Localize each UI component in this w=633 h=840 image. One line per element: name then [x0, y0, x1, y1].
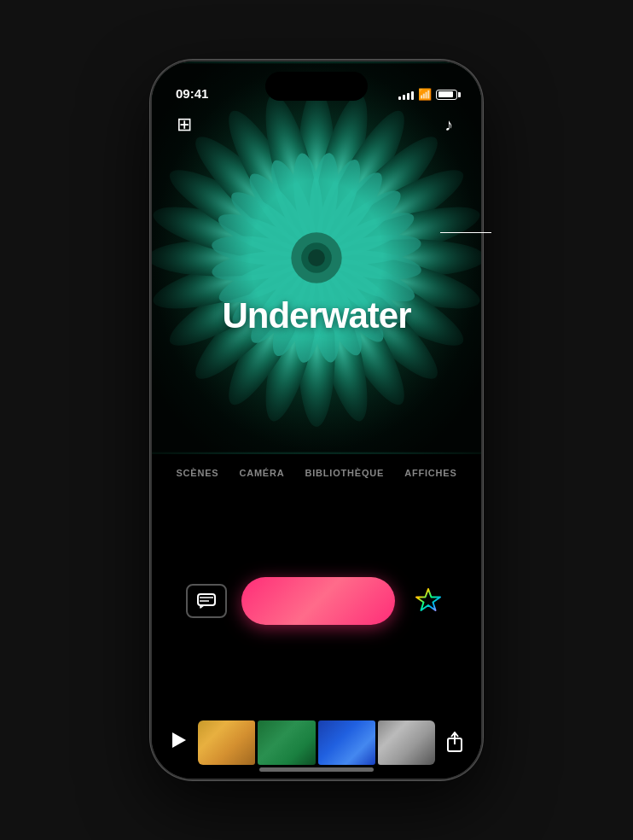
tabs-nav: SCÈNES CAMÉRA BIBLIOTHÈQUE AFFICHES [152, 454, 481, 492]
status-time: 09:41 [176, 86, 208, 101]
home-indicator [259, 767, 374, 772]
signal-bar-1 [398, 96, 401, 100]
tab-posters[interactable]: AFFICHES [404, 464, 456, 481]
thumbnail-strip [198, 720, 435, 765]
play-button[interactable] [169, 731, 188, 755]
signal-bar-3 [407, 93, 409, 100]
video-preview: Underwater ⊞ ♪ [152, 61, 481, 454]
share-icon [445, 732, 464, 754]
dynamic-island [265, 72, 368, 101]
svg-rect-53 [198, 594, 215, 605]
title-overlay: Underwater [152, 295, 481, 336]
tab-scenes[interactable]: SCÈNES [176, 464, 218, 481]
phone-frame: 09:41 📶 [150, 60, 483, 780]
signal-bar-4 [411, 91, 414, 100]
thumbnail-2[interactable] [258, 720, 315, 765]
callout-annotation [440, 232, 491, 233]
tab-library[interactable]: BIBLIOTHÈQUE [305, 464, 385, 481]
record-button[interactable] [241, 577, 395, 625]
layers-button[interactable]: ⊞ [169, 109, 200, 140]
signal-bars-icon [398, 90, 414, 100]
thumbnail-3[interactable] [318, 720, 375, 765]
play-icon [169, 731, 188, 750]
controls-area [152, 492, 481, 710]
speech-bubble-button[interactable] [186, 584, 227, 618]
video-title: Underwater [222, 295, 410, 335]
svg-marker-56 [172, 732, 186, 748]
battery-fill [438, 91, 453, 97]
favorites-button[interactable] [409, 582, 447, 620]
thumbnail-4[interactable] [378, 720, 435, 765]
speech-bubble-icon [197, 593, 216, 609]
star-icon [414, 587, 443, 615]
share-button[interactable] [445, 732, 464, 754]
tab-camera[interactable]: CAMÉRA [239, 464, 284, 481]
music-button[interactable]: ♪ [433, 109, 464, 140]
thumbnail-1[interactable] [198, 720, 255, 765]
layers-icon: ⊞ [177, 114, 192, 136]
battery-icon [436, 90, 457, 100]
music-icon: ♪ [444, 115, 453, 135]
signal-bar-2 [403, 95, 405, 100]
status-icons: 📶 [398, 88, 457, 101]
main-content: Underwater ⊞ ♪ SCÈNES CAMÉRA BIBLIOTHÈQU… [152, 61, 481, 779]
wifi-icon: 📶 [418, 88, 432, 101]
main-controls [177, 577, 456, 625]
top-toolbar: ⊞ ♪ [152, 109, 481, 140]
callout-line [440, 232, 491, 233]
